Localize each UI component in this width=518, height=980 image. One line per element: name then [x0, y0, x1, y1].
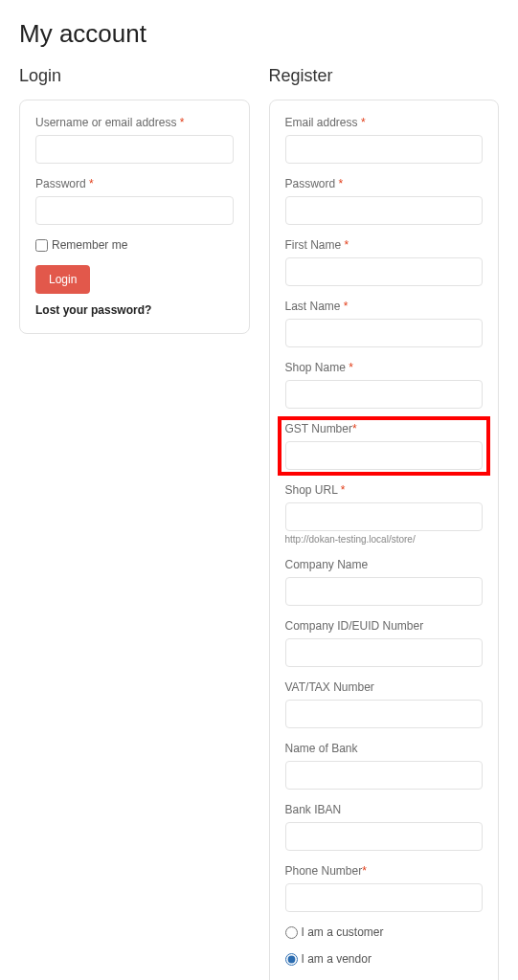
last-name-field: Last Name * [285, 300, 484, 347]
required-marker: * [352, 422, 357, 435]
login-password-field: Password * [35, 177, 234, 225]
required-marker: * [362, 864, 367, 878]
shop-name-field: Shop Name * [285, 361, 484, 409]
required-marker: * [349, 361, 353, 374]
login-password-input[interactable] [35, 196, 234, 225]
required-marker: * [180, 116, 185, 129]
bank-iban-input[interactable] [285, 822, 484, 851]
remember-me-label: Remember me [52, 238, 127, 252]
role-vendor-radio[interactable] [285, 953, 298, 966]
shop-url-helper: http://dokan-testing.local/store/ [285, 534, 484, 545]
register-email-input[interactable] [285, 135, 484, 164]
shop-url-field: Shop URL * http://dokan-testing.local/st… [285, 483, 484, 545]
company-name-input[interactable] [285, 577, 484, 606]
gst-number-label: GST Number* [285, 422, 484, 435]
login-username-label-text: Username or email address [35, 116, 180, 129]
bank-name-field: Name of Bank [285, 742, 484, 790]
required-marker: * [339, 177, 344, 190]
shop-url-label-text: Shop URL [285, 483, 341, 497]
required-marker: * [344, 300, 349, 313]
company-id-label: Company ID/EUID Number [285, 619, 484, 633]
login-button[interactable]: Login [35, 265, 90, 294]
register-password-label-text: Password [285, 177, 339, 190]
last-name-label: Last Name * [285, 300, 484, 313]
required-marker: * [345, 238, 349, 252]
register-heading: Register [269, 66, 500, 86]
remember-me-row: Remember me [35, 238, 234, 252]
bank-name-input[interactable] [285, 761, 484, 790]
role-customer-radio[interactable] [285, 926, 298, 939]
company-name-label: Company Name [285, 558, 484, 571]
shop-name-input[interactable] [285, 380, 484, 409]
first-name-label: First Name * [285, 238, 484, 252]
phone-label-text: Phone Number [285, 864, 363, 878]
register-password-label: Password * [285, 177, 484, 190]
register-email-field: Email address * [285, 116, 484, 164]
login-username-input[interactable] [35, 135, 234, 164]
phone-input[interactable] [285, 883, 484, 912]
shop-name-label-text: Shop Name [285, 361, 349, 374]
bank-iban-label: Bank IBAN [285, 803, 484, 816]
last-name-label-text: Last Name [285, 300, 344, 313]
role-vendor-label: I am a vendor [302, 952, 372, 966]
login-password-label: Password * [35, 177, 234, 190]
first-name-label-text: First Name [285, 238, 345, 252]
last-name-input[interactable] [285, 319, 484, 347]
login-column: Login Username or email address * Passwo… [19, 66, 250, 980]
lost-password-link[interactable]: Lost your password? [35, 303, 151, 317]
vat-label: VAT/TAX Number [285, 680, 484, 694]
login-panel: Username or email address * Password * R… [19, 100, 250, 334]
shop-name-label: Shop Name * [285, 361, 484, 374]
login-username-label: Username or email address * [35, 116, 234, 129]
first-name-input[interactable] [285, 257, 484, 286]
register-panel: Email address * Password * First Name * … [269, 100, 500, 980]
login-password-label-text: Password [35, 177, 89, 190]
register-password-field: Password * [285, 177, 484, 225]
register-email-label: Email address * [285, 116, 484, 129]
phone-label: Phone Number* [285, 864, 484, 878]
register-email-label-text: Email address [285, 116, 361, 129]
register-column: Register Email address * Password * Firs… [269, 66, 500, 980]
company-name-field: Company Name [285, 558, 484, 606]
remember-me-checkbox[interactable] [35, 239, 48, 252]
role-customer-label: I am a customer [302, 925, 384, 939]
bank-name-label: Name of Bank [285, 742, 484, 755]
phone-field: Phone Number* [285, 864, 484, 912]
first-name-field: First Name * [285, 238, 484, 286]
login-username-field: Username or email address * [35, 116, 234, 164]
gst-number-label-text: GST Number [285, 422, 352, 435]
columns: Login Username or email address * Passwo… [19, 66, 499, 980]
bank-iban-field: Bank IBAN [285, 803, 484, 851]
vat-field: VAT/TAX Number [285, 680, 484, 728]
login-heading: Login [19, 66, 250, 86]
shop-url-input[interactable] [285, 502, 484, 531]
role-vendor-row: I am a vendor [285, 952, 484, 966]
page-title: My account [19, 19, 499, 49]
gst-number-input[interactable] [285, 441, 484, 470]
company-id-field: Company ID/EUID Number [285, 619, 484, 667]
role-customer-row: I am a customer [285, 925, 484, 939]
required-marker: * [361, 116, 366, 129]
company-id-input[interactable] [285, 638, 484, 667]
register-password-input[interactable] [285, 196, 484, 225]
shop-url-label: Shop URL * [285, 483, 484, 497]
required-marker: * [89, 177, 94, 190]
vat-input[interactable] [285, 700, 484, 728]
required-marker: * [341, 483, 346, 497]
gst-number-field: GST Number* [285, 422, 484, 470]
